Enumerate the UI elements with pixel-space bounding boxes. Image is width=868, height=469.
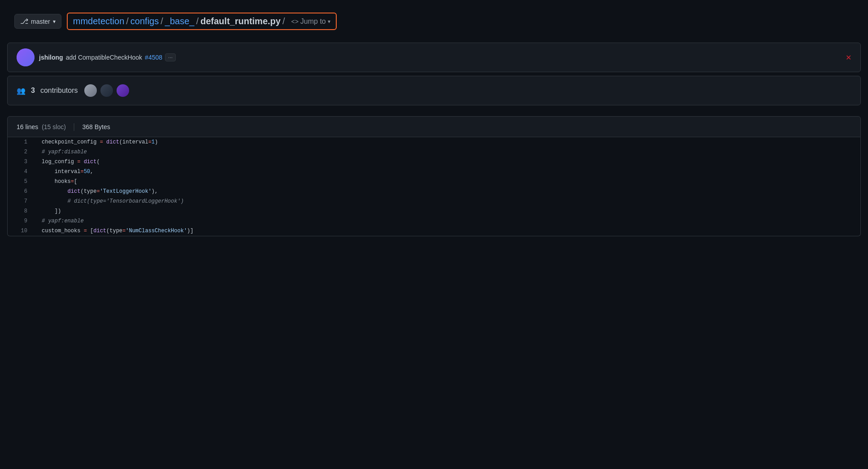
- line-number-2: 2: [8, 147, 35, 157]
- branch-chevron-icon: ▾: [53, 18, 56, 25]
- contributors-section: 👥 3 contributors: [7, 76, 861, 105]
- branch-name: master: [31, 18, 50, 25]
- table-row: 9 # yapf:enable: [8, 216, 860, 226]
- breadcrumb-sep-2: /: [161, 16, 163, 26]
- breadcrumb-link-base[interactable]: _base_: [165, 16, 195, 26]
- line-number-3: 3: [8, 157, 35, 167]
- breadcrumb-current: default_runtime.py: [200, 16, 281, 26]
- code-line-3: log_config = dict(: [35, 157, 860, 167]
- top-bar: ⎇ master ▾ mmdetection / configs / _base…: [7, 7, 861, 35]
- sloc-count: (15 sloc): [42, 123, 66, 130]
- jump-to-label: Jump to: [300, 17, 326, 26]
- code-line-4: interval=50,: [35, 167, 860, 177]
- table-row: 6 dict(type='TextLoggerHook'),: [8, 187, 860, 196]
- code-line-1: checkpoint_config = dict(interval=1): [35, 137, 860, 147]
- code-area: 1 checkpoint_config = dict(interval=1) 2…: [7, 137, 861, 236]
- table-row: 5 hooks=[: [8, 177, 860, 187]
- commit-dots-button[interactable]: ···: [165, 53, 176, 61]
- lines-count: 16 lines: [17, 123, 38, 130]
- line-number-5: 5: [8, 177, 35, 187]
- line-number-6: 6: [8, 187, 35, 196]
- line-number-9: 9: [8, 216, 35, 226]
- breadcrumb-sep-3: /: [196, 16, 199, 26]
- code-line-5: hooks=[: [35, 177, 860, 187]
- code-line-2: # yapf:disable: [35, 147, 860, 157]
- contributors-count: 3: [31, 87, 35, 95]
- code-line-8: ]): [35, 206, 860, 216]
- line-number-7: 7: [8, 196, 35, 206]
- breadcrumb-sep-1: /: [126, 16, 129, 26]
- commit-info: jshilong add CompatibleCheckHook #4508 ·…: [39, 53, 841, 61]
- line-number-8: 8: [8, 206, 35, 216]
- table-row: 7 # dict(type='TensorboardLoggerHook'): [8, 196, 860, 206]
- code-line-6: dict(type='TextLoggerHook'),: [35, 187, 860, 196]
- contributors-icon: 👥: [17, 87, 26, 95]
- file-size: 368 Bytes: [82, 123, 110, 130]
- jump-to-section[interactable]: <> Jump to ▾: [291, 17, 330, 26]
- code-icon: <>: [291, 18, 298, 25]
- line-number-4: 4: [8, 167, 35, 177]
- table-row: 8 ]): [8, 206, 860, 216]
- branch-selector[interactable]: ⎇ master ▾: [14, 14, 61, 29]
- contributor-avatar-1: [83, 83, 98, 98]
- code-table: 1 checkpoint_config = dict(interval=1) 2…: [8, 137, 860, 236]
- contributors-avatars: [83, 83, 130, 98]
- breadcrumb: mmdetection / configs / _base_ / default…: [73, 16, 286, 26]
- code-line-9: # yapf:enable: [35, 216, 860, 226]
- jump-to-chevron-icon: ▾: [328, 18, 330, 25]
- contributor-avatar-2: [100, 83, 114, 98]
- commit-author: jshilong: [39, 54, 63, 61]
- breadcrumb-link-mmdetection[interactable]: mmdetection: [73, 16, 125, 26]
- code-line-7: # dict(type='TensorboardLoggerHook'): [35, 196, 860, 206]
- commit-bar: jshilong add CompatibleCheckHook #4508 ·…: [7, 43, 861, 72]
- breadcrumb-container: mmdetection / configs / _base_ / default…: [67, 13, 337, 30]
- table-row: 2 # yapf:disable: [8, 147, 860, 157]
- line-number-10: 10: [8, 226, 35, 236]
- file-lines: 16 lines (15 sloc): [17, 123, 66, 130]
- contributors-label: contributors: [40, 87, 78, 95]
- file-info-divider: |: [73, 122, 75, 131]
- table-row: 1 checkpoint_config = dict(interval=1): [8, 137, 860, 147]
- breadcrumb-sep-4: /: [282, 16, 285, 26]
- file-info-bar: 16 lines (15 sloc) | 368 Bytes: [7, 116, 861, 137]
- commit-message: add CompatibleCheckHook: [66, 54, 142, 61]
- commit-pr-link[interactable]: #4508: [145, 54, 162, 61]
- line-number-1: 1: [8, 137, 35, 147]
- author-avatar: [17, 48, 35, 66]
- table-row: 10 custom_hooks = [dict(type='NumClassCh…: [8, 226, 860, 236]
- code-line-10: custom_hooks = [dict(type='NumClassCheck…: [35, 226, 860, 236]
- commit-close-button[interactable]: ✕: [846, 53, 851, 62]
- contributor-avatar-3: [116, 83, 130, 98]
- branch-icon: ⎇: [20, 17, 28, 26]
- breadcrumb-link-configs[interactable]: configs: [130, 16, 159, 26]
- table-row: 3 log_config = dict(: [8, 157, 860, 167]
- table-row: 4 interval=50,: [8, 167, 860, 177]
